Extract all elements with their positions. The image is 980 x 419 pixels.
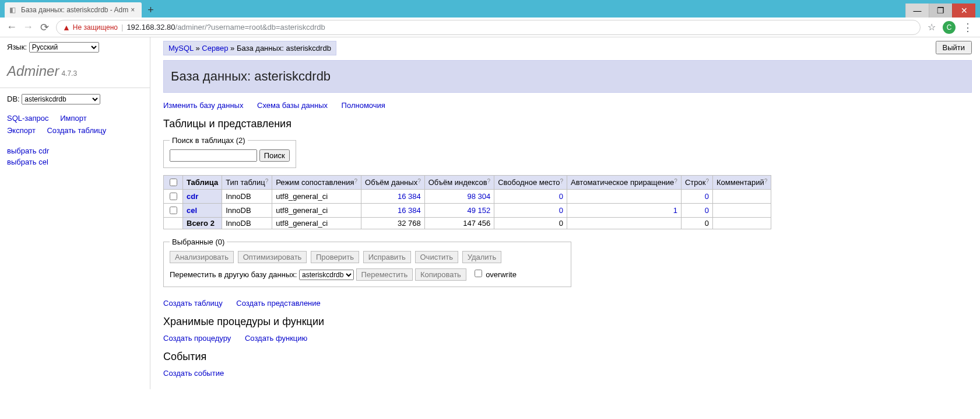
col-free[interactable]: Свободное место? bbox=[494, 176, 567, 190]
not-secure-icon: ▲ bbox=[62, 23, 71, 32]
language-label: Язык: bbox=[7, 43, 27, 51]
breadcrumb-db-prefix: База данных: bbox=[237, 44, 286, 53]
btn-check[interactable]: Проверить bbox=[311, 251, 359, 263]
overwrite-checkbox[interactable] bbox=[475, 270, 482, 277]
link-create-table[interactable]: Создать таблицу bbox=[47, 125, 106, 137]
browser-menu-icon[interactable]: ⋮ bbox=[963, 21, 973, 34]
sidebar: Язык: Русский Adminer4.7.3 DB: asteriskc… bbox=[0, 37, 150, 389]
sidebar-table-cdr[interactable]: выбрать cdr bbox=[7, 145, 143, 157]
url-host: 192.168.32.80 bbox=[127, 23, 175, 32]
btn-repair[interactable]: Исправить bbox=[363, 251, 411, 263]
selected-fieldset: Выбранные (0) Анализировать Оптимизирова… bbox=[163, 238, 571, 287]
db-action-links: Изменить базу данных Схема базы данных П… bbox=[163, 101, 972, 110]
link-create-function[interactable]: Создать функцию bbox=[245, 334, 307, 343]
breadcrumb-db: asteriskcdrdb bbox=[286, 44, 331, 53]
logout-form bbox=[936, 41, 972, 54]
sidebar-action-links: SQL-запрос Импорт Экспорт Создать таблиц… bbox=[7, 113, 143, 137]
cell-link[interactable]: 0 bbox=[705, 206, 709, 215]
routine-links: Создать процедуру Создать функцию bbox=[163, 334, 972, 343]
table-link-cdr[interactable]: cdr bbox=[187, 192, 198, 201]
search-tables-button[interactable] bbox=[259, 149, 290, 162]
table-row: cdr InnoDB utf8_general_ci 16 384 98 304… bbox=[164, 190, 771, 204]
col-collation[interactable]: Режим сопоставления? bbox=[272, 176, 361, 190]
cell-link[interactable]: 16 384 bbox=[398, 192, 421, 201]
col-rows[interactable]: Строк? bbox=[681, 176, 712, 190]
breadcrumb-engine[interactable]: MySQL bbox=[168, 44, 194, 53]
link-create-event[interactable]: Создать событие bbox=[163, 369, 224, 378]
col-comment[interactable]: Комментарий? bbox=[712, 176, 771, 190]
total-label: Всего 2 bbox=[183, 218, 222, 229]
db-label: DB: bbox=[7, 95, 20, 103]
cell-link[interactable]: 49 152 bbox=[467, 206, 490, 215]
selected-legend: Выбранные (0) bbox=[170, 238, 227, 246]
heading-routines: Хранимые процедуры и функции bbox=[163, 316, 972, 328]
logo-version: 4.7.3 bbox=[61, 69, 77, 78]
row-checkbox[interactable] bbox=[170, 207, 177, 214]
link-sql[interactable]: SQL-запрос bbox=[7, 113, 49, 125]
heading-events: События bbox=[163, 351, 972, 363]
logout-button[interactable] bbox=[936, 41, 972, 54]
overwrite-label[interactable]: overwrite bbox=[472, 270, 517, 279]
cell-link[interactable]: 0 bbox=[705, 192, 709, 201]
check-all[interactable] bbox=[170, 179, 177, 186]
link-import[interactable]: Импорт bbox=[60, 113, 86, 125]
url-box[interactable]: ▲ Не защищено | 192.168.32.80/adminer/?u… bbox=[56, 20, 921, 35]
nav-back-icon[interactable]: ← bbox=[3, 21, 20, 33]
profile-avatar[interactable]: C bbox=[943, 21, 956, 34]
event-links: Создать событие bbox=[163, 369, 972, 378]
window-maximize[interactable]: ❐ bbox=[929, 4, 952, 18]
nav-reload-icon[interactable]: ⟳ bbox=[36, 21, 52, 34]
btn-copy[interactable]: Копировать bbox=[415, 268, 466, 281]
col-index[interactable]: Объём индексов? bbox=[424, 176, 494, 190]
move-target-select[interactable]: asteriskcdrdb bbox=[299, 270, 354, 280]
browser-tab-strip: ◧ База данных: asteriskcdrdb - Adm × + —… bbox=[0, 0, 980, 18]
language-select[interactable]: Русский bbox=[29, 42, 99, 53]
col-ai[interactable]: Автоматическое приращение? bbox=[567, 176, 682, 190]
link-alter-db[interactable]: Изменить базу данных bbox=[163, 101, 243, 110]
tab-favicon: ◧ bbox=[9, 6, 17, 14]
window-controls: — ❐ ✕ bbox=[905, 4, 975, 18]
cell-link[interactable]: 98 304 bbox=[467, 192, 490, 201]
breadcrumb-server[interactable]: Сервер bbox=[202, 44, 228, 53]
row-checkbox[interactable] bbox=[170, 193, 177, 200]
move-label: Переместить в другую базу данных: bbox=[170, 270, 297, 279]
window-close[interactable]: ✕ bbox=[952, 4, 975, 18]
app-container: Язык: Русский Adminer4.7.3 DB: asteriskc… bbox=[0, 37, 980, 389]
cell-link[interactable]: 0 bbox=[559, 192, 563, 201]
tables-list: Таблица Тип таблиц? Режим сопоставления?… bbox=[163, 175, 771, 229]
url-separator: | bbox=[121, 23, 123, 32]
nav-forward-icon[interactable]: → bbox=[20, 21, 36, 33]
browser-tab-active[interactable]: ◧ База данных: asteriskcdrdb - Adm × bbox=[5, 2, 142, 18]
btn-optimize[interactable]: Оптимизировать bbox=[238, 251, 307, 263]
col-engine[interactable]: Тип таблиц? bbox=[222, 176, 272, 190]
cell-link[interactable]: 16 384 bbox=[398, 206, 421, 215]
bookmark-star-icon[interactable]: ☆ bbox=[928, 22, 936, 33]
sidebar-table-cel[interactable]: выбрать cel bbox=[7, 156, 143, 168]
col-checkbox bbox=[164, 176, 183, 190]
table-link-cel[interactable]: cel bbox=[187, 206, 197, 215]
link-create-table[interactable]: Создать таблицу bbox=[163, 299, 223, 308]
search-tables-input[interactable] bbox=[170, 149, 257, 162]
link-export[interactable]: Экспорт bbox=[7, 125, 36, 137]
btn-truncate[interactable]: Очистить bbox=[415, 251, 459, 263]
link-create-procedure[interactable]: Создать процедуру bbox=[163, 334, 231, 343]
btn-move[interactable]: Переместить bbox=[356, 268, 413, 281]
link-schema[interactable]: Схема базы данных bbox=[257, 101, 328, 110]
heading-tables: Таблицы и представления bbox=[163, 118, 972, 130]
table-row: cel InnoDB utf8_general_ci 16 384 49 152… bbox=[164, 204, 771, 218]
link-create-view[interactable]: Создать представление bbox=[236, 299, 320, 308]
col-data[interactable]: Объём данных? bbox=[361, 176, 425, 190]
page-title: База данных: asteriskcdrdb bbox=[163, 60, 972, 93]
db-row: DB: asteriskcdrdb bbox=[7, 94, 143, 104]
tab-close-icon[interactable]: × bbox=[128, 6, 137, 14]
db-select[interactable]: asteriskcdrdb bbox=[22, 94, 100, 104]
col-table[interactable]: Таблица bbox=[183, 176, 222, 190]
btn-drop[interactable]: Удалить bbox=[462, 251, 502, 263]
cell-link[interactable]: 0 bbox=[559, 206, 563, 215]
btn-analyze[interactable]: Анализировать bbox=[170, 251, 234, 263]
cell-link[interactable]: 1 bbox=[673, 206, 677, 215]
window-minimize[interactable]: — bbox=[905, 4, 929, 18]
new-tab-button[interactable]: + bbox=[142, 2, 160, 18]
link-privileges[interactable]: Полномочия bbox=[342, 101, 385, 110]
not-secure-label: Не защищено bbox=[73, 23, 118, 32]
